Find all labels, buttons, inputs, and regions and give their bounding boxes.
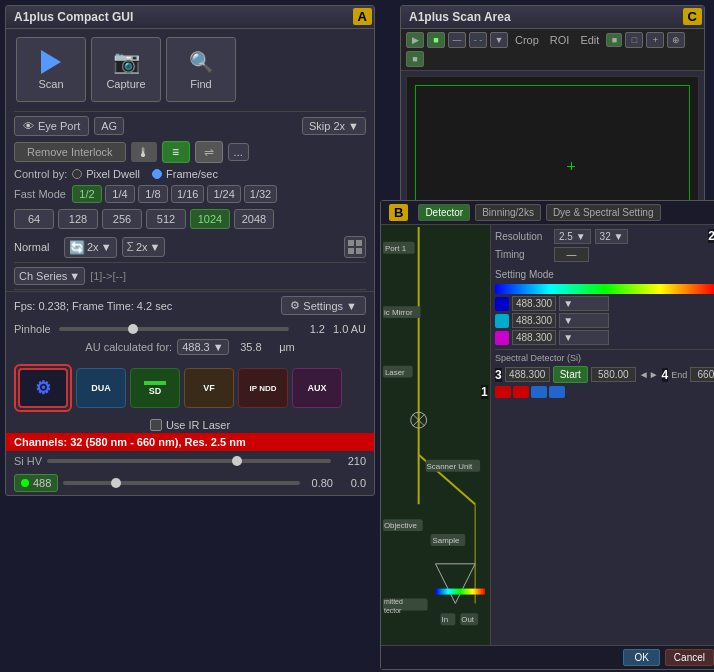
find-button[interactable]: 🔍 Find [166, 37, 236, 102]
edit-label[interactable]: Edit [576, 33, 603, 47]
svg-text:Laser: Laser [385, 368, 405, 377]
size-64[interactable]: 64 [14, 209, 54, 229]
scan-icon-4[interactable]: ⊕ [667, 32, 685, 48]
status-icon-blue-2 [549, 386, 565, 398]
scan-icon-2[interactable]: □ [625, 32, 643, 48]
binning-tab[interactable]: Binning/2ks [475, 204, 541, 221]
scan-icon-1[interactable]: ■ [606, 33, 622, 47]
fast-mode-1-2[interactable]: 1/2 [72, 185, 102, 203]
scan-tool-1[interactable]: ▶ [406, 32, 424, 48]
scan-label: Scan [38, 78, 63, 90]
ch1-value[interactable]: 488.300 [512, 296, 556, 311]
fast-mode-1-8[interactable]: 1/8 [138, 185, 168, 203]
ch3-value[interactable]: 488.300 [512, 330, 556, 345]
crop-label[interactable]: Crop [511, 33, 543, 47]
size-128[interactable]: 128 [58, 209, 98, 229]
pinhole-val2: 1.0 AU [333, 323, 366, 335]
ch-sd-button[interactable]: SD [130, 368, 180, 408]
resolution-dropdown1[interactable]: 2.5 ▼ [554, 229, 591, 244]
wavelength-slider[interactable] [63, 481, 300, 485]
ch2-value[interactable]: 488.300 [512, 313, 556, 328]
scan-icon-3[interactable]: + [646, 32, 664, 48]
timing-label: Timing [495, 249, 550, 260]
spectral-end-start[interactable]: 580.00 [591, 367, 636, 382]
scan-tool-4[interactable]: - - [469, 32, 487, 48]
interlock-row: Remove Interlock 🌡 ≡ ⇌ ... [6, 139, 374, 165]
capture-button[interactable]: 📷 Capture [91, 37, 161, 102]
detector-tab[interactable]: Detector [418, 204, 470, 221]
svg-text:Objective: Objective [384, 521, 418, 530]
zoom-dropdown[interactable]: 🔄 2x ▼ [64, 237, 117, 258]
panel-a-title: A1plus Compact GUI [14, 10, 133, 24]
ch-series-dropdown[interactable]: Ch Series ▼ [14, 267, 85, 285]
pinhole-label: Pinhole [14, 323, 51, 335]
size-256[interactable]: 256 [102, 209, 142, 229]
sum-chevron: ▼ [150, 241, 161, 253]
sihv-slider[interactable] [47, 459, 331, 463]
status-icons-row [495, 386, 714, 398]
ch-ipndd-button[interactable]: IP NDD [238, 368, 288, 408]
au-unit: μm [267, 341, 295, 353]
normal-label: Normal [14, 241, 59, 253]
au-calc-dropdown[interactable]: 488.3 ▼ [177, 339, 228, 355]
settings-button[interactable]: ⚙ Settings ▼ [281, 296, 366, 315]
panel-a: A1plus Compact GUI × A Scan 📷 Capture 🔍 … [5, 5, 375, 496]
svg-rect-3 [356, 248, 362, 254]
size-2048[interactable]: 2048 [234, 209, 274, 229]
ag-button[interactable]: AG [94, 117, 124, 135]
sum-dropdown[interactable]: Σ 2x ▼ [122, 237, 166, 257]
sihv-label: Si HV [14, 455, 42, 467]
number-badge-3: 3 [495, 368, 502, 382]
more-options-button[interactable]: ... [228, 143, 249, 161]
frame-sec-option[interactable]: Frame/sec [152, 168, 218, 180]
panel-c-title: A1plus Scan Area [409, 10, 511, 24]
resolution-dropdown2[interactable]: 32 ▼ [595, 229, 629, 244]
start-button[interactable]: Start [553, 366, 588, 383]
svg-text:Out: Out [461, 615, 475, 624]
slider-icon-2[interactable]: ⇌ [195, 141, 223, 163]
ch-dua-button[interactable]: DUA [76, 368, 126, 408]
scan-tool-chevron[interactable]: ▼ [490, 32, 508, 48]
scan-icon-5[interactable]: ■ [406, 51, 424, 67]
use-ir-laser-checkbox[interactable]: Use IR Laser [150, 419, 230, 431]
ch-aux-button[interactable]: AUX [292, 368, 342, 408]
grid-button[interactable] [344, 236, 366, 258]
ch3-color [495, 331, 509, 345]
ch-gear-button[interactable]: ⚙ [18, 368, 68, 408]
skip-dropdown[interactable]: Skip 2x ▼ [302, 117, 366, 135]
remove-interlock-button[interactable]: Remove Interlock [14, 142, 126, 162]
size-1024[interactable]: 1024 [190, 209, 230, 229]
normal-row: Normal 🔄 2x ▼ Σ 2x ▼ [6, 233, 374, 261]
scan-tool-3[interactable]: — [448, 32, 466, 48]
spectral-end-value[interactable]: 660.00 [690, 367, 714, 382]
slider-icon[interactable]: ≡ [162, 141, 190, 163]
scan-button[interactable]: Scan [16, 37, 86, 102]
spectral-start-value[interactable]: 488.300 [505, 367, 550, 382]
fast-mode-1-16[interactable]: 1/16 [171, 185, 204, 203]
ch-row-3: 488.300 ▼ [495, 330, 714, 345]
fast-mode-1-24[interactable]: 1/24 [207, 185, 240, 203]
dye-spectral-tab[interactable]: Dye & Spectral Setting [546, 204, 661, 221]
pixel-dwell-option[interactable]: Pixel Dwell [72, 168, 140, 180]
pinhole-slider[interactable] [59, 327, 289, 331]
cancel-button[interactable]: Cancel [665, 649, 714, 666]
size-512[interactable]: 512 [146, 209, 186, 229]
ch1-dropdown[interactable]: ▼ [559, 296, 609, 311]
scan-tool-2[interactable]: ■ [427, 32, 445, 48]
fast-mode-1-32[interactable]: 1/32 [244, 185, 277, 203]
detector-body: Port 1 ic Mirror Laser Scanner Unit [381, 225, 714, 645]
panel-c-label: C [683, 8, 702, 25]
ch3-dropdown[interactable]: ▼ [559, 330, 609, 345]
wavelength-indicator[interactable]: 488 [14, 474, 58, 492]
ch-vf-button[interactable]: VF [184, 368, 234, 408]
beam-path-svg: Port 1 ic Mirror Laser Scanner Unit [381, 225, 490, 645]
roi-label[interactable]: ROI [546, 33, 574, 47]
chevron-down-icon: ▼ [348, 120, 359, 132]
ch-bracket-text: [1]->[--] [90, 270, 126, 282]
control-by-label: Control by: [14, 168, 67, 180]
ch2-dropdown[interactable]: ▼ [559, 313, 609, 328]
eye-port-button[interactable]: 👁 Eye Port [14, 116, 89, 136]
fast-mode-1-4[interactable]: 1/4 [105, 185, 135, 203]
svg-text:tector: tector [384, 607, 402, 614]
ok-button[interactable]: OK [623, 649, 659, 666]
